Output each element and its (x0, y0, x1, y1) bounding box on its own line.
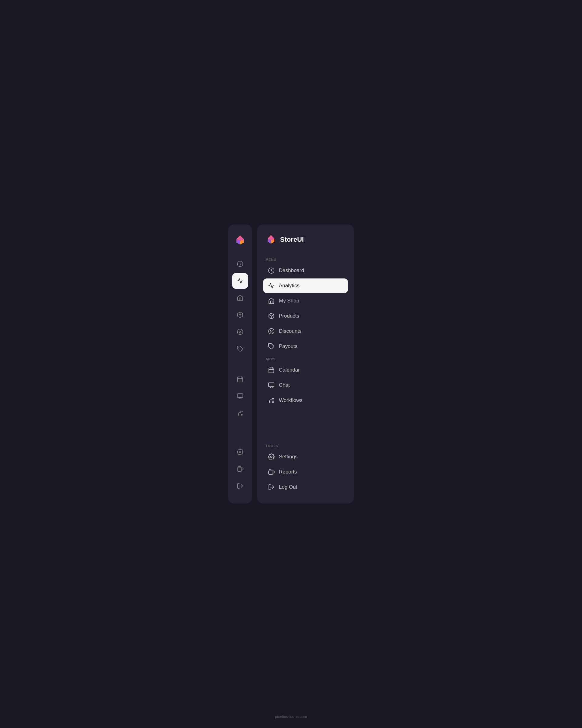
nav-label-products: Products (279, 313, 299, 319)
svg-point-34 (273, 401, 274, 403)
svg-rect-27 (269, 368, 274, 373)
nav-item-products[interactable]: Products (263, 309, 348, 323)
nav-label-myshop: My Shop (279, 298, 299, 304)
sidebar-icon-analytics[interactable] (232, 273, 248, 289)
footer-attribution: pixelins-icons.com (275, 714, 307, 719)
analytics-icon (268, 282, 275, 289)
sidebar-expanded: StoreUI MENU Dashboard Analytics My S (257, 225, 354, 503)
sidebar-bottom (228, 444, 252, 496)
apps-section-label: APPS (263, 357, 348, 361)
nav-label-workflows: Workflows (279, 397, 303, 404)
sidebar-icon-chat[interactable] (232, 388, 248, 404)
nav-item-dashboard[interactable]: Dashboard (263, 263, 348, 278)
svg-point-14 (241, 414, 243, 416)
main-container: StoreUI MENU Dashboard Analytics My S (228, 225, 354, 503)
svg-point-35 (270, 456, 272, 458)
sidebar-icon-settings[interactable] (232, 444, 248, 460)
nav-label-dashboard: Dashboard (279, 267, 304, 274)
svg-rect-31 (269, 383, 274, 387)
svg-rect-11 (237, 394, 243, 398)
sidebar-icon-products[interactable] (232, 307, 248, 323)
sidebar-top (228, 232, 252, 421)
sidebar-icon-dashboard[interactable] (232, 256, 248, 272)
expanded-header: StoreUI (263, 233, 348, 246)
settings-icon (268, 453, 275, 460)
nav-label-chat: Chat (279, 382, 290, 388)
nav-item-workflows[interactable]: Workflows (263, 393, 348, 408)
sidebar-icon-reports[interactable] (232, 461, 248, 477)
logo (231, 232, 249, 250)
logout-icon (268, 484, 275, 491)
sidebar-icon-discounts[interactable] (232, 324, 248, 340)
sidebar-icon-calendar[interactable] (232, 371, 248, 387)
nav-item-analytics[interactable]: Analytics (263, 279, 348, 293)
nav-item-settings[interactable]: Settings (263, 449, 348, 464)
nav-item-logout[interactable]: Log Out (263, 480, 348, 494)
nav-label-logout: Log Out (279, 484, 297, 490)
shop-icon (268, 297, 275, 304)
svg-point-5 (240, 332, 241, 333)
payouts-icon (268, 343, 275, 350)
nav-item-payouts[interactable]: Payouts (263, 339, 348, 354)
nav-item-discounts[interactable]: Discounts (263, 324, 348, 339)
nav-item-calendar[interactable]: Calendar (263, 363, 348, 378)
tools-section-label: TOOLS (263, 444, 348, 448)
nav-label-settings: Settings (279, 454, 297, 460)
sidebar-icon-logout[interactable] (232, 478, 248, 494)
nav-item-reports[interactable]: Reports (263, 465, 348, 479)
nav-label-discounts: Discounts (279, 328, 302, 334)
sidebar-collapsed (228, 225, 252, 503)
menu-section-label: MENU (263, 258, 348, 261)
sidebar-icon-workflows[interactable] (232, 405, 248, 421)
products-icon (268, 313, 275, 319)
svg-point-15 (239, 451, 241, 453)
discounts-icon (268, 328, 275, 335)
nav-label-analytics: Analytics (279, 283, 300, 289)
app-name: StoreUI (280, 236, 304, 243)
workflows-icon (268, 397, 275, 404)
svg-point-24 (270, 330, 271, 331)
nav-item-chat[interactable]: Chat (263, 378, 348, 392)
calendar-icon (268, 367, 275, 373)
svg-rect-7 (238, 377, 243, 382)
nav-label-calendar: Calendar (279, 367, 300, 373)
sidebar-icon-payouts[interactable] (232, 341, 248, 357)
svg-point-4 (239, 331, 240, 332)
sidebar-icon-myshop[interactable] (232, 290, 248, 306)
nav-item-myshop[interactable]: My Shop (263, 294, 348, 308)
nav-label-payouts: Payouts (279, 343, 297, 349)
nav-label-reports: Reports (279, 469, 297, 475)
chat-icon (268, 382, 275, 389)
svg-point-25 (272, 332, 273, 333)
reports-icon (268, 469, 275, 475)
dashboard-icon (268, 267, 275, 274)
